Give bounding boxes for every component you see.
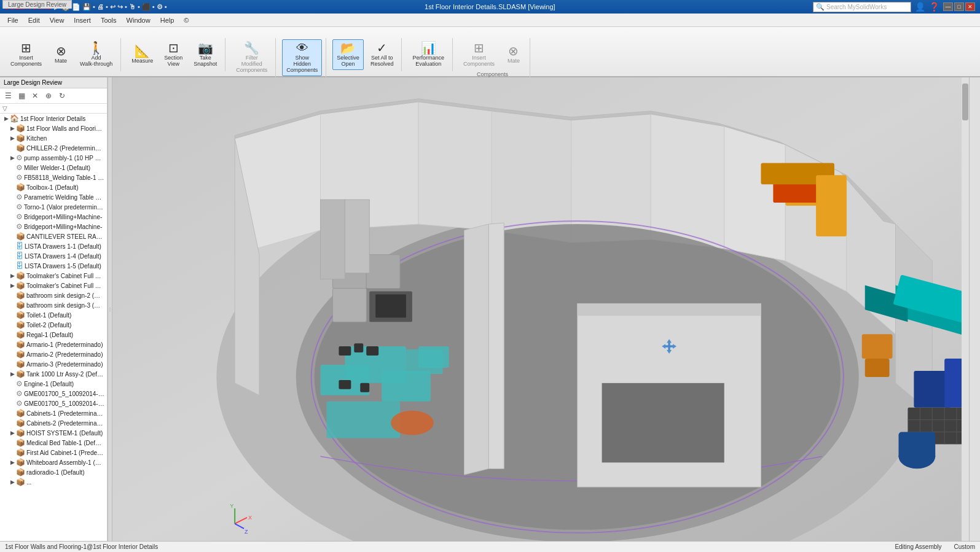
filter-modified-button[interactable]: 🔧 FilterModifiedComponents bbox=[232, 39, 272, 76]
tree-icon-armario3: 📦 bbox=[16, 360, 25, 368]
panel-tool-close[interactable]: ✕ bbox=[29, 90, 41, 101]
tree-item-walls[interactable]: ▶ 📦 1st Floor Walls and Flooring-1 bbox=[0, 123, 107, 133]
measure-icon: 📐 bbox=[135, 45, 150, 57]
tree-item-torno[interactable]: ⚙ Torno-1 (Valor predeterminado bbox=[0, 202, 107, 212]
tree-item-toolmaker2[interactable]: ▶ 📦 Toolmaker's Cabinet Full Asse bbox=[0, 281, 107, 290]
tree-item-toilet1[interactable]: 📦 Toilet-1 (Default) bbox=[0, 310, 107, 320]
tree-icon-bathroom-sink2: 📦 bbox=[16, 291, 25, 300]
help-icon[interactable]: ❓ bbox=[929, 2, 939, 12]
tree-item-toolbox[interactable]: 📦 Toolbox-1 (Default) bbox=[0, 182, 107, 192]
window-title: 1st Floor Interior Details.SLDASM [Viewi… bbox=[167, 3, 813, 10]
tree-icon-gme2: ⚙ bbox=[16, 399, 23, 408]
menu-insert[interactable]: Insert bbox=[69, 15, 96, 25]
insert-components-button[interactable]: ⊞ InsertComponents bbox=[6, 39, 46, 70]
menu-edit[interactable]: Edit bbox=[23, 15, 45, 25]
tree-label-pump: pump assembly-1 (10 HP Drive bbox=[24, 155, 104, 161]
tree-expand-toilet2 bbox=[9, 321, 16, 328]
walk-through-button[interactable]: 🚶 AddWalk-through bbox=[76, 39, 117, 70]
tree-item-regal[interactable]: 📦 Regal-1 (Default) bbox=[0, 330, 107, 340]
tree-label-torno: Torno-1 (Valor predeterminado bbox=[24, 204, 104, 211]
menu-window[interactable]: Window bbox=[122, 15, 155, 25]
show-hidden-components-button[interactable]: 👁 ShowHiddenComponents bbox=[282, 39, 322, 76]
tree-item-lista1[interactable]: 🗄 LISTA Drawers 1-1 (Default) bbox=[0, 241, 107, 251]
tree-item-armario3[interactable]: 📦 Armario-3 (Predeterminado) bbox=[0, 359, 107, 369]
panel-tool-add[interactable]: ⊕ bbox=[43, 90, 54, 101]
menu-file[interactable]: File bbox=[2, 15, 23, 25]
menu-view[interactable]: View bbox=[45, 15, 69, 25]
tree-item-pump[interactable]: ▶ ⚙ pump assembly-1 (10 HP Drive bbox=[0, 153, 107, 163]
walk-through-label: AddWalk-through bbox=[80, 55, 112, 68]
tree-icon-lista5: 🗄 bbox=[16, 262, 23, 270]
performance-evaluation-button[interactable]: 📊 PerformanceEvaluation bbox=[408, 39, 449, 70]
take-snapshot-button[interactable]: 📷 TakeSnapshot bbox=[189, 39, 221, 70]
tree-item-chiller[interactable]: 📦 CHILLER-2 (Predeterminado) bbox=[0, 143, 107, 153]
tree-item-radio[interactable]: 📦 radioradio-1 (Default) bbox=[0, 467, 107, 477]
tree-item-param-welding[interactable]: ⚙ Parametric Welding Table v50- bbox=[0, 192, 107, 202]
tree-expand-engine bbox=[9, 380, 16, 387]
svg-marker-76 bbox=[465, 224, 489, 475]
tree-icon-chiller: 📦 bbox=[16, 144, 25, 152]
tree-item-bathroom-sink3[interactable]: 📦 bathroom sink design-3 (Defau bbox=[0, 300, 107, 310]
panel-tool-refresh[interactable]: ↻ bbox=[57, 90, 68, 101]
section-view-button[interactable]: ⊡ SectionView bbox=[160, 39, 187, 70]
tree-item-armario2[interactable]: 📦 Armario-2 (Predeterminado) bbox=[0, 349, 107, 359]
tree-expand-gme1 bbox=[9, 390, 16, 397]
panel-resize-handle[interactable]: ⋮ bbox=[108, 77, 112, 541]
tree-item-miller[interactable]: ⚙ Miller Welder-1 (Default) bbox=[0, 163, 107, 173]
panel-tool-list-view[interactable]: ☰ bbox=[2, 90, 14, 101]
tree-item-cantilever[interactable]: 📦 CANTILEVER STEEL RACK ASS' bbox=[0, 231, 107, 241]
viewport-scrollbar[interactable] bbox=[962, 77, 969, 541]
tree-expand-miller bbox=[9, 164, 16, 171]
panel-tool-grid[interactable]: ▦ bbox=[16, 90, 27, 101]
tree-label-param-welding: Parametric Welding Table v50- bbox=[24, 194, 104, 201]
close-button[interactable]: ✕ bbox=[965, 2, 975, 11]
search-box-title[interactable]: 🔍 Search MySolidWorks bbox=[813, 2, 911, 12]
svg-rect-36 bbox=[366, 255, 400, 289]
mate2-icon: ⊗ bbox=[508, 45, 519, 57]
menubar: File Edit View Insert Tools Window Help … bbox=[0, 14, 980, 27]
tree-item-toolmaker1[interactable]: ▶ 📦 Toolmaker's Cabinet Full Asse bbox=[0, 271, 107, 281]
set-all-resolved-button[interactable]: ✓ Set All toResolved bbox=[366, 39, 398, 70]
viewport-scrollbar-thumb[interactable] bbox=[962, 84, 968, 120]
ribbon-tab-large-design-review[interactable]: Large Design Review bbox=[2, 0, 72, 9]
svg-rect-27 bbox=[366, 346, 378, 356]
tree-item-bridgeport1[interactable]: ⚙ Bridgeport+Milling+Machine- bbox=[0, 212, 107, 222]
tree-item-toilet2[interactable]: 📦 Toilet-2 (Default) bbox=[0, 320, 107, 330]
window-controls: — □ ✕ bbox=[943, 2, 975, 11]
restore-button[interactable]: □ bbox=[954, 2, 964, 11]
tree-label-bathroom-sink2: bathroom sink design-2 (Defau bbox=[26, 292, 104, 299]
measure-button[interactable]: 📐 Measure bbox=[127, 42, 157, 67]
performance-label: PerformanceEvaluation bbox=[412, 55, 444, 68]
tree-item-root[interactable]: ▶ 🏠 1st Floor Interior Details bbox=[0, 114, 107, 123]
mate2-button[interactable]: ⊗ Mate bbox=[501, 42, 526, 67]
mate-button[interactable]: ⊗ Mate bbox=[49, 42, 73, 67]
statusbar: 1st Floor Walls and Flooring-1@1st Floor… bbox=[0, 541, 980, 552]
tree-item-gme1[interactable]: ⚙ GME001700_5_10092014-1 (Pre bbox=[0, 389, 107, 398]
tree-item-lista4[interactable]: 🗄 LISTA Drawers 1-4 (Default) bbox=[0, 251, 107, 261]
tree-item-bathroom-sink2[interactable]: 📦 bathroom sink design-2 (Defau bbox=[0, 290, 107, 300]
menu-help[interactable]: Help bbox=[155, 15, 179, 25]
tree-item-cabinets1[interactable]: 📦 Cabinets-1 (Predeterminado) bbox=[0, 408, 107, 418]
insert-components2-button[interactable]: ⊞ InsertComponents bbox=[459, 39, 499, 70]
tree-item-tank[interactable]: ▶ 📦 Tank 1000 Ltr Assy-2 (Default) bbox=[0, 369, 107, 379]
insert-components-icon: ⊞ bbox=[21, 42, 31, 54]
tree-item-kitchen[interactable]: ▶ 📦 Kitchen bbox=[0, 133, 107, 143]
tree-item-cabinets2[interactable]: 📦 Cabinets-2 (Predeterminado) bbox=[0, 418, 107, 428]
tree-item-gme2[interactable]: ⚙ GME001700_5_10092014-2 (Pre bbox=[0, 398, 107, 408]
tree-item-lista5[interactable]: 🗄 LISTA Drawers 1-5 (Default) bbox=[0, 261, 107, 271]
tree-item-hoist[interactable]: ▶ 📦 HOIST SYSTEM-1 (Default) bbox=[0, 428, 107, 438]
tree-item-engine[interactable]: ⚙ Engine-1 (Default) bbox=[0, 379, 107, 389]
tree-item-more[interactable]: ▶ 📦 ... bbox=[0, 477, 107, 487]
tree-item-first-aid[interactable]: 📦 First Aid Cabinet-1 (Predetermi bbox=[0, 448, 107, 457]
user-icon[interactable]: 👤 bbox=[915, 2, 925, 12]
tree-item-bridgeport2[interactable]: ⚙ Bridgeport+Milling+Machine- bbox=[0, 222, 107, 231]
tree-item-welding-table[interactable]: ⚙ FB58118_Welding Table-1 (Def bbox=[0, 173, 107, 182]
filter-bar: ▽ bbox=[0, 104, 107, 114]
minimize-button[interactable]: — bbox=[943, 2, 953, 11]
selective-open-button[interactable]: 📂 SelectiveOpen bbox=[332, 39, 364, 70]
menu-tools[interactable]: Tools bbox=[96, 15, 122, 25]
viewport-3d[interactable]: 🔍 🎯 🖐 ⬜ 📦 💡 • • • 🖥 • bbox=[112, 77, 969, 541]
tree-item-medical-bed[interactable]: 📦 Medical Bed Table-1 (Default) bbox=[0, 438, 107, 448]
tree-item-whiteboard[interactable]: ▶ 📦 Whiteboard Assembly-1 (Defau bbox=[0, 457, 107, 467]
tree-item-armario1[interactable]: 📦 Armario-1 (Predeterminado) bbox=[0, 340, 107, 349]
